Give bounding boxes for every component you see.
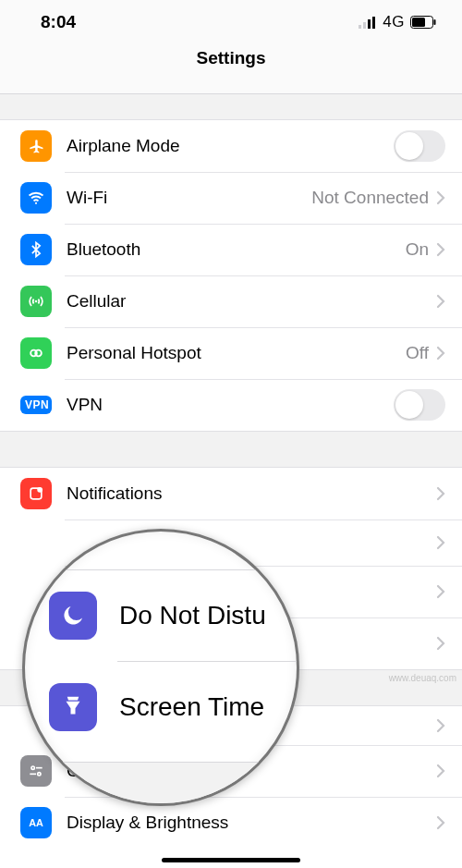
chevron-icon [436,764,445,778]
row-display-brightness[interactable]: AA Display & Brightness [0,797,462,849]
group-separator [0,431,462,468]
notifications-icon [20,478,52,509]
svg-rect-3 [372,17,375,29]
svg-rect-5 [412,18,425,27]
screentime-icon [49,683,97,731]
chevron-icon [436,190,445,205]
airplane-toggle[interactable] [394,130,445,162]
row-personal-hotspot[interactable]: Personal Hotspot Off [0,327,462,379]
dnd-icon [49,592,97,640]
row-wifi[interactable]: Wi-Fi Not Connected [0,172,462,224]
row-airplane-mode[interactable]: Airplane Mode [0,120,462,172]
chevron-icon [436,636,445,651]
svg-point-15 [38,773,41,776]
network-label: 4G [383,13,405,31]
page-title-text: Settings [197,48,266,68]
row-label: Personal Hotspot [67,343,406,363]
svg-rect-2 [368,19,371,29]
status-bar: 8:04 4G [0,0,462,44]
group-separator [0,94,462,120]
chevron-icon [436,242,445,257]
chevron-icon [436,535,445,550]
vpn-toggle[interactable] [394,389,445,421]
status-right: 4G [359,13,436,31]
svg-text:AA: AA [29,817,43,828]
vpn-icon: VPN [20,389,52,421]
mag-row-screentime[interactable]: Screen Time [25,662,297,752]
home-indicator[interactable] [162,858,300,862]
row-label: Display & Brightness [67,813,436,833]
svg-point-7 [35,202,37,204]
row-vpn[interactable]: VPN VPN [0,379,462,431]
settings-screen: 8:04 4G Settings Airplane Mode Wi-Fi Not… [0,0,462,868]
chevron-icon [436,294,445,309]
magnifier-overlay: Do Not Distu Screen Time [22,529,299,806]
hotspot-icon [20,337,52,369]
chevron-icon [436,486,445,501]
row-value: Not Connected [311,188,429,208]
mag-label: Screen Time [119,692,280,722]
airplane-icon [20,130,52,162]
row-bluetooth[interactable]: Bluetooth On [0,224,462,275]
row-label: Bluetooth [67,239,406,260]
row-label: Cellular [67,291,436,312]
chevron-icon [436,346,445,361]
cellular-icon [20,286,52,317]
battery-icon [410,16,436,29]
mag-label: Do Not Distu [119,601,280,630]
page-title: Settings [0,44,462,94]
chevron-icon [436,718,445,733]
row-cellular[interactable]: Cellular [0,275,462,327]
row-label: VPN [67,395,394,415]
row-label: Airplane Mode [67,136,394,156]
svg-rect-0 [359,25,361,29]
wifi-icon [20,182,52,214]
svg-point-13 [31,766,34,769]
row-label: Notifications [67,483,436,504]
svg-point-8 [35,300,38,303]
row-label: Wi-Fi [67,188,311,208]
bluetooth-icon [20,234,52,265]
chevron-icon [436,584,445,599]
row-value: On [406,239,429,260]
mag-row-dnd[interactable]: Do Not Distu [25,570,297,661]
chevron-icon [436,815,445,830]
svg-rect-1 [363,22,366,29]
row-notifications[interactable]: Notifications [0,468,462,520]
svg-rect-6 [434,19,436,25]
row-value: Off [406,343,429,363]
controlcenter-icon [20,755,52,787]
display-icon: AA [20,807,52,838]
signal-icon [359,16,377,29]
vpn-badge: VPN [20,396,52,414]
status-time: 8:04 [41,12,76,32]
svg-point-12 [37,487,43,493]
